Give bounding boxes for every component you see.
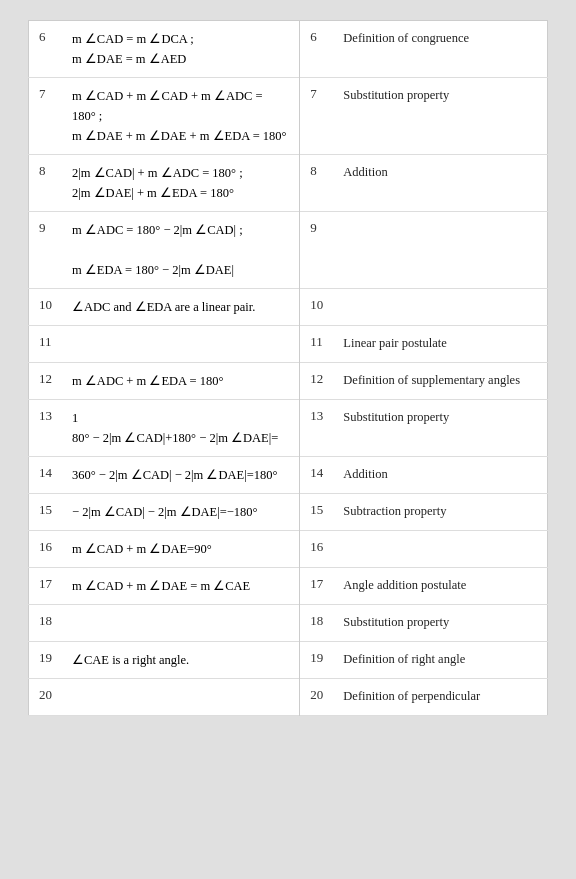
statement-text: 2|m ∠CAD| + m ∠ADC = 180° ; bbox=[72, 166, 243, 180]
row-number: 12 bbox=[29, 363, 63, 400]
row-number: 7 bbox=[29, 78, 63, 155]
table-row: 6m ∠CAD = m ∠DCA ;m ∠DAE = m ∠AED6Defini… bbox=[29, 21, 548, 78]
statement-text: 360° − 2|m ∠CAD| − 2|m ∠DAE|=180° bbox=[72, 468, 277, 482]
reason-number: 6 bbox=[300, 21, 334, 78]
statement-cell: ∠CAE is a right angle. bbox=[62, 642, 300, 679]
reason-number: 8 bbox=[300, 155, 334, 212]
table-row: 17m ∠CAD + m ∠DAE = m ∠CAE17Angle additi… bbox=[29, 568, 548, 605]
reason-number: 20 bbox=[300, 679, 334, 716]
statement-text: 1 bbox=[72, 411, 78, 425]
table-row: 19∠CAE is a right angle.19Definition of … bbox=[29, 642, 548, 679]
reason-number: 14 bbox=[300, 457, 334, 494]
reason-number: 16 bbox=[300, 531, 334, 568]
statement-cell: m ∠CAD + m ∠DAE=90° bbox=[62, 531, 300, 568]
reason-cell: Substitution property bbox=[333, 400, 547, 457]
statement-text: − 2|m ∠CAD| − 2|m ∠DAE|=−180° bbox=[72, 505, 258, 519]
statement-cell bbox=[62, 326, 300, 363]
row-number: 18 bbox=[29, 605, 63, 642]
row-number: 19 bbox=[29, 642, 63, 679]
statement-text: m ∠CAD + m ∠DAE=90° bbox=[72, 542, 212, 556]
statement-cell: − 2|m ∠CAD| − 2|m ∠DAE|=−180° bbox=[62, 494, 300, 531]
table-row: 12m ∠ADC + m ∠EDA = 180°12Definition of … bbox=[29, 363, 548, 400]
row-number: 13 bbox=[29, 400, 63, 457]
reason-number: 17 bbox=[300, 568, 334, 605]
table-row: 9m ∠ADC = 180° − 2|m ∠CAD| ;m ∠EDA = 180… bbox=[29, 212, 548, 289]
statement-cell: ∠ADC and ∠EDA are a linear pair. bbox=[62, 289, 300, 326]
statement-cell: m ∠ADC + m ∠EDA = 180° bbox=[62, 363, 300, 400]
reason-number: 18 bbox=[300, 605, 334, 642]
table-row: 82|m ∠CAD| + m ∠ADC = 180° ;2|m ∠DAE| + … bbox=[29, 155, 548, 212]
row-number: 8 bbox=[29, 155, 63, 212]
reason-cell: Addition bbox=[333, 457, 547, 494]
statement-text: 2|m ∠DAE| + m ∠EDA = 180° bbox=[72, 186, 234, 200]
proof-table: 6m ∠CAD = m ∠DCA ;m ∠DAE = m ∠AED6Defini… bbox=[28, 20, 548, 716]
statement-cell: m ∠ADC = 180° − 2|m ∠CAD| ;m ∠EDA = 180°… bbox=[62, 212, 300, 289]
row-number: 16 bbox=[29, 531, 63, 568]
table-row: 13180° − 2|m ∠CAD|+180° − 2|m ∠DAE|=13Su… bbox=[29, 400, 548, 457]
row-number: 6 bbox=[29, 21, 63, 78]
table-row: 14360° − 2|m ∠CAD| − 2|m ∠DAE|=180°14Add… bbox=[29, 457, 548, 494]
reason-number: 11 bbox=[300, 326, 334, 363]
statement-text: ∠ADC and ∠EDA are a linear pair. bbox=[72, 300, 255, 314]
statement-text: m ∠ADC + m ∠EDA = 180° bbox=[72, 374, 223, 388]
row-number: 15 bbox=[29, 494, 63, 531]
statement-cell bbox=[62, 605, 300, 642]
reason-cell: Addition bbox=[333, 155, 547, 212]
statement-text: m ∠DAE + m ∠DAE + m ∠EDA = 180° bbox=[72, 129, 287, 143]
reason-cell: Definition of right angle bbox=[333, 642, 547, 679]
row-number: 17 bbox=[29, 568, 63, 605]
row-number: 9 bbox=[29, 212, 63, 289]
statement-text: m ∠DAE = m ∠AED bbox=[72, 52, 186, 66]
reason-cell: Definition of supplementary angles bbox=[333, 363, 547, 400]
row-number: 11 bbox=[29, 326, 63, 363]
table-row: 2020Definition of perpendicular bbox=[29, 679, 548, 716]
reason-cell: Definition of perpendicular bbox=[333, 679, 547, 716]
statement-text: 80° − 2|m ∠CAD|+180° − 2|m ∠DAE|= bbox=[72, 431, 278, 445]
table-row: 1111Linear pair postulate bbox=[29, 326, 548, 363]
reason-cell: Angle addition postulate bbox=[333, 568, 547, 605]
reason-cell: Subtraction property bbox=[333, 494, 547, 531]
statement-cell bbox=[62, 679, 300, 716]
statement-text: ∠CAE is a right angle. bbox=[72, 653, 189, 667]
reason-cell: Definition of congruence bbox=[333, 21, 547, 78]
statement-text: m ∠CAD + m ∠CAD + m ∠ADC = 180° ; bbox=[72, 89, 263, 123]
row-number: 10 bbox=[29, 289, 63, 326]
statement-cell: m ∠CAD + m ∠CAD + m ∠ADC = 180° ;m ∠DAE … bbox=[62, 78, 300, 155]
table-row: 16m ∠CAD + m ∠DAE=90°16 bbox=[29, 531, 548, 568]
table-row: 15− 2|m ∠CAD| − 2|m ∠DAE|=−180°15Subtrac… bbox=[29, 494, 548, 531]
reason-number: 13 bbox=[300, 400, 334, 457]
table-row: 7m ∠CAD + m ∠CAD + m ∠ADC = 180° ;m ∠DAE… bbox=[29, 78, 548, 155]
reason-number: 10 bbox=[300, 289, 334, 326]
row-number: 14 bbox=[29, 457, 63, 494]
statement-cell: 180° − 2|m ∠CAD|+180° − 2|m ∠DAE|= bbox=[62, 400, 300, 457]
reason-number: 19 bbox=[300, 642, 334, 679]
reason-cell bbox=[333, 212, 547, 289]
reason-cell: Linear pair postulate bbox=[333, 326, 547, 363]
statement-text: m ∠CAD = m ∠DCA ; bbox=[72, 32, 194, 46]
statement-cell: m ∠CAD = m ∠DCA ;m ∠DAE = m ∠AED bbox=[62, 21, 300, 78]
reason-cell bbox=[333, 531, 547, 568]
table-row: 10∠ADC and ∠EDA are a linear pair.10 bbox=[29, 289, 548, 326]
reason-number: 15 bbox=[300, 494, 334, 531]
reason-number: 9 bbox=[300, 212, 334, 289]
table-row: 1818Substitution property bbox=[29, 605, 548, 642]
statement-text: m ∠CAD + m ∠DAE = m ∠CAE bbox=[72, 579, 250, 593]
statement-text: m ∠EDA = 180° − 2|m ∠DAE| bbox=[72, 263, 234, 277]
reason-cell: Substitution property bbox=[333, 78, 547, 155]
row-number: 20 bbox=[29, 679, 63, 716]
reason-number: 12 bbox=[300, 363, 334, 400]
reason-cell bbox=[333, 289, 547, 326]
reason-number: 7 bbox=[300, 78, 334, 155]
reason-cell: Substitution property bbox=[333, 605, 547, 642]
statement-cell: 2|m ∠CAD| + m ∠ADC = 180° ;2|m ∠DAE| + m… bbox=[62, 155, 300, 212]
statement-text: m ∠ADC = 180° − 2|m ∠CAD| ; bbox=[72, 223, 243, 237]
statement-cell: m ∠CAD + m ∠DAE = m ∠CAE bbox=[62, 568, 300, 605]
statement-cell: 360° − 2|m ∠CAD| − 2|m ∠DAE|=180° bbox=[62, 457, 300, 494]
